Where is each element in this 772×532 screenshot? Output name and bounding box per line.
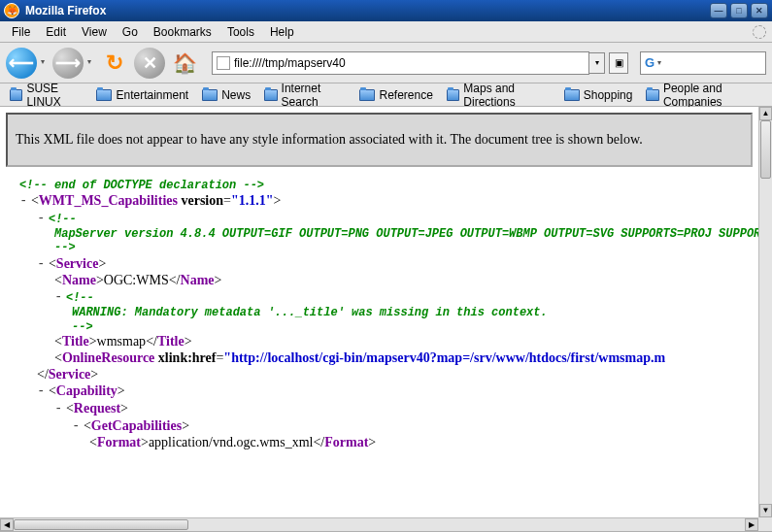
bookmark-entertainment[interactable]: Entertainment	[90, 86, 194, 104]
xml-comment: <!-- end of DOCTYPE declaration -->	[8, 179, 751, 192]
xml-element: Format	[324, 435, 368, 449]
menu-bookmarks[interactable]: Bookmarks	[146, 23, 219, 41]
xml-text: application/vnd.ogc.wms_xml	[149, 435, 314, 449]
twisty-icon[interactable]: -	[54, 288, 62, 304]
twisty-icon[interactable]: -	[54, 400, 62, 416]
bookmark-maps[interactable]: Maps and Directions	[441, 80, 556, 111]
scrollbar-corner	[758, 517, 772, 531]
bookmark-label: Maps and Directions	[463, 82, 550, 109]
xml-comment: WARNING: Mandatory metadata '..._title' …	[8, 306, 751, 319]
bookmark-label: Reference	[379, 88, 432, 102]
xml-element: Request	[74, 401, 120, 416]
bookmark-label: Entertainment	[116, 88, 188, 102]
bookmark-shopping[interactable]: Shopping	[558, 86, 639, 104]
twisty-icon[interactable]: -	[37, 255, 45, 271]
forward-button[interactable]: ⟶	[52, 48, 84, 79]
xml-element: Name	[62, 273, 96, 287]
reload-button[interactable]: ↻	[99, 48, 130, 79]
scroll-thumb[interactable]	[14, 519, 188, 530]
url-history-dropdown[interactable]: ▾	[589, 52, 605, 74]
xml-element: Name	[181, 273, 215, 287]
search-engine-icon[interactable]: G	[645, 55, 655, 70]
folder-icon	[564, 89, 580, 101]
menu-help[interactable]: Help	[262, 23, 302, 41]
scroll-track[interactable]	[14, 518, 745, 531]
menu-file[interactable]: File	[4, 23, 38, 41]
xml-element: GetCapabilities	[91, 418, 182, 433]
stop-button[interactable]: ✕	[134, 48, 165, 79]
menu-tools[interactable]: Tools	[219, 23, 262, 41]
url-bar[interactable]	[212, 51, 589, 75]
maximize-button[interactable]: □	[730, 3, 748, 18]
bookmark-label: Internet Search	[282, 82, 347, 109]
bookmark-reference[interactable]: Reference	[353, 86, 438, 104]
folder-icon	[96, 89, 112, 101]
xml-notice: This XML file does not appear to have an…	[6, 113, 753, 167]
bookmark-label: People and Companies	[663, 82, 762, 109]
close-button[interactable]: ✕	[751, 3, 768, 18]
xml-text: wmsmap	[97, 334, 147, 349]
folder-icon	[202, 89, 218, 101]
url-input[interactable]	[234, 56, 585, 70]
firefox-icon: 🦊	[4, 3, 19, 18]
menu-bar: File Edit View Go Bookmarks Tools Help	[0, 21, 772, 43]
forward-history-dropdown[interactable]: ▾	[87, 57, 93, 69]
bookmark-news[interactable]: News	[196, 86, 256, 104]
twisty-icon[interactable]: -	[37, 382, 45, 398]
folder-icon	[264, 89, 277, 101]
xml-element: OnlineResource	[62, 350, 154, 365]
xml-attr: xlink:href	[158, 350, 217, 365]
xml-element: Service	[56, 256, 99, 271]
xml-comment: <!--	[66, 291, 94, 305]
home-button[interactable]: 🏠	[169, 48, 200, 79]
search-input[interactable]	[664, 56, 761, 70]
xml-text: OGC:WMS	[104, 273, 169, 287]
xml-tree: <!-- end of DOCTYPE declaration --> - <W…	[0, 173, 758, 457]
bookmarks-toolbar: SUSE LINUX Entertainment News Internet S…	[0, 83, 772, 107]
xml-comment: MapServer version 4.8.4 OUTPUT=GIF OUTPU…	[8, 227, 751, 241]
bookmark-people[interactable]: People and Companies	[640, 80, 768, 111]
bookmark-label: SUSE LINUX	[26, 82, 83, 109]
folder-icon	[646, 89, 658, 101]
go-button[interactable]: ▣	[609, 52, 628, 74]
xml-element: Format	[97, 435, 141, 449]
scroll-thumb[interactable]	[760, 120, 771, 179]
back-history-dropdown[interactable]: ▾	[41, 57, 47, 69]
horizontal-scrollbar[interactable]: ◀ ▶	[0, 517, 758, 531]
scroll-left-button[interactable]: ◀	[0, 518, 14, 531]
page-icon	[217, 56, 230, 70]
menu-view[interactable]: View	[74, 23, 115, 41]
scroll-right-button[interactable]: ▶	[745, 518, 758, 531]
scroll-track[interactable]	[759, 120, 772, 504]
xml-comment: -->	[8, 320, 751, 334]
xml-element: Title	[62, 334, 89, 349]
xml-comment: -->	[8, 241, 751, 254]
content-area: This XML file does not appear to have an…	[0, 107, 772, 531]
twisty-icon[interactable]: -	[37, 210, 45, 225]
folder-icon	[447, 89, 459, 101]
vertical-scrollbar[interactable]: ▲ ▼	[758, 107, 772, 517]
search-engine-dropdown[interactable]: ▾	[657, 58, 661, 67]
bookmark-suse[interactable]: SUSE LINUX	[4, 80, 88, 111]
xml-attr: version	[181, 193, 223, 208]
scroll-up-button[interactable]: ▲	[759, 107, 772, 120]
folder-icon	[359, 89, 375, 101]
back-button[interactable]: ⟵	[6, 48, 37, 79]
xml-element: WMT_MS_Capabilities	[39, 193, 178, 208]
twisty-icon[interactable]: -	[19, 192, 27, 208]
search-bar[interactable]: G ▾	[640, 51, 766, 75]
minimize-button[interactable]: —	[710, 3, 727, 18]
scroll-down-button[interactable]: ▼	[759, 504, 772, 517]
xml-attr-val: "http://localhost/cgi-bin/mapserv40?map=…	[223, 350, 665, 365]
folder-icon	[10, 89, 22, 101]
menu-go[interactable]: Go	[115, 23, 146, 41]
menu-edit[interactable]: Edit	[38, 23, 74, 41]
xml-comment: <!--	[49, 213, 77, 226]
bookmark-label: Shopping	[584, 88, 633, 102]
bookmark-internet-search[interactable]: Internet Search	[258, 80, 352, 111]
twisty-icon[interactable]: -	[72, 417, 80, 433]
xml-element: Title	[157, 334, 185, 349]
xml-element: Service	[49, 367, 91, 382]
bookmark-label: News	[221, 88, 251, 102]
throbber-icon	[753, 25, 766, 39]
